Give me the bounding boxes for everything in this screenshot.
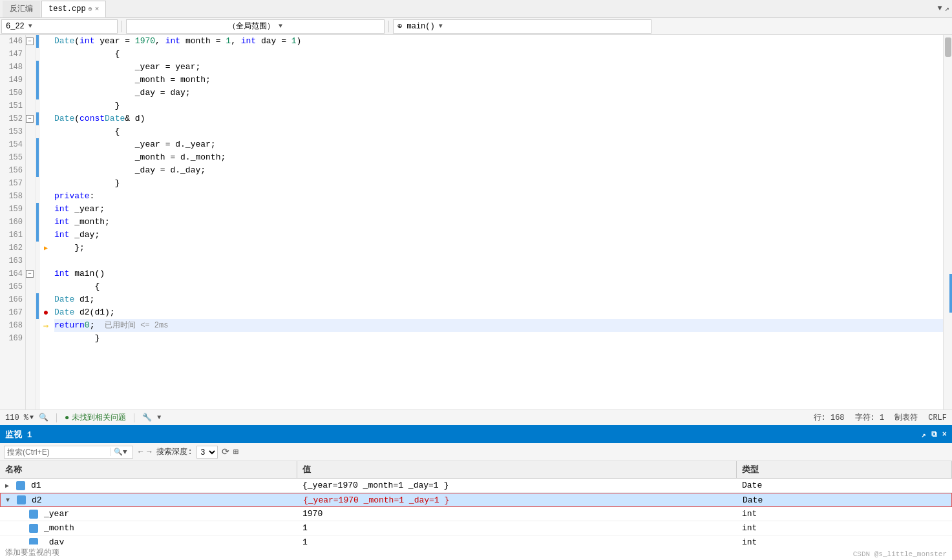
tab-overflow-icon[interactable]: ▼: [938, 4, 942, 14]
watch-col-type: int: [737, 536, 952, 544]
code-line[interactable]: _year = year;: [54, 61, 943, 74]
fold-indicator: [26, 254, 35, 267]
line-number: 153: [0, 125, 23, 138]
depth-label: 搜索深度:: [156, 446, 192, 457]
watch-row[interactable]: ▼ d2 {_year=1970 _month=1 _day=1 } Date: [0, 493, 952, 507]
watch-add-row[interactable]: 添加要监视的项: [0, 544, 952, 560]
fold-indicator: [26, 99, 35, 112]
tab-disassembly[interactable]: 反汇编: [3, 1, 40, 17]
fold-indicator[interactable]: −: [26, 35, 35, 48]
line-number: 161: [0, 229, 23, 242]
code-line[interactable]: _month = d._month;: [54, 151, 943, 164]
watch-search-box[interactable]: 🔍▼: [4, 446, 133, 459]
code-line[interactable]: int _year;: [54, 203, 943, 216]
watch-panel: 监视 1 ↗ ⧉ × 🔍▼ ← → 搜索深度: 3 1 2 4 5 ⟳ ⊞ 名称…: [0, 425, 952, 560]
fold-indicator: [26, 332, 35, 345]
line-number: 162: [0, 242, 23, 254]
close-icon[interactable]: ×: [95, 5, 100, 13]
marker-line: [40, 216, 52, 229]
watch-row[interactable]: _day 1 int: [0, 535, 952, 544]
expand-icon[interactable]: ▼: [6, 497, 14, 504]
marker-line: [40, 267, 52, 280]
tab-pin-icon2[interactable]: ↗: [945, 4, 949, 14]
marker-line: [40, 125, 52, 138]
code-line[interactable]: {: [54, 125, 943, 138]
marker-line: [40, 203, 52, 216]
code-line[interactable]: Date d2(d1);: [54, 306, 943, 319]
code-line[interactable]: Date(int year = 1970, int month = 1, int…: [54, 35, 943, 48]
marker-line: ⇒: [40, 319, 52, 332]
status-sep-1: [56, 413, 57, 422]
nav-back-btn[interactable]: ←: [137, 446, 144, 458]
code-line[interactable]: }: [54, 99, 943, 112]
fold-indicator: [26, 229, 35, 242]
nav-forward-btn[interactable]: →: [145, 446, 153, 458]
code-line[interactable]: _year = d._year;: [54, 138, 943, 151]
project-dropdown[interactable]: 6_22 ▼: [1, 19, 118, 34]
depth-select[interactable]: 3 1 2 4 5: [196, 446, 218, 459]
code-line[interactable]: };: [54, 242, 943, 254]
code-line[interactable]: _month = month;: [54, 74, 943, 87]
watch-col-val: 1: [297, 522, 737, 534]
watch-col-name: ▼ d2: [1, 493, 298, 506]
code-line[interactable]: Date d1;: [54, 293, 943, 306]
zoom-dropdown-icon[interactable]: ▼: [30, 414, 34, 421]
watch-body: 名称 值 类型 ▶ d1 {_year=1970 _month=1 _day=1…: [0, 461, 952, 560]
code-line[interactable]: {: [54, 48, 943, 61]
scroll-thumb[interactable]: [945, 37, 951, 57]
code-line[interactable]: return 0; 已用时间 <= 2ms: [54, 319, 943, 332]
watch-row[interactable]: _month 1 int: [0, 521, 952, 535]
scope-dropdown[interactable]: （全局范围） ▼: [126, 19, 385, 34]
fold-indicator[interactable]: −: [26, 112, 35, 125]
watch-close-btn[interactable]: ×: [942, 430, 947, 440]
search-icon[interactable]: 🔍▼: [111, 448, 127, 456]
breakpoint-icon[interactable]: ●: [43, 307, 48, 318]
watch-grid-icon[interactable]: ⊞: [233, 446, 238, 457]
function-dropdown-label: ⊕ main(): [397, 21, 435, 31]
code-line[interactable]: private:: [54, 190, 943, 203]
tab-disassembly-label: 反汇编: [10, 3, 33, 14]
watch-row[interactable]: ▶ d1 {_year=1970 _month=1 _day=1 } Date: [0, 479, 952, 493]
code-line[interactable]: int _day;: [54, 229, 943, 242]
watch-col-val: 1970: [297, 508, 737, 520]
code-line[interactable]: int main(): [54, 267, 943, 280]
watch-refresh-icon[interactable]: ⟳: [222, 446, 229, 457]
fold-indicator: [26, 177, 35, 190]
char-indicator: 字符: 1: [855, 412, 885, 423]
marker-line: [40, 112, 52, 125]
code-line[interactable]: int _month;: [54, 216, 943, 229]
marker-line: [40, 164, 52, 177]
line-number-gutter: 1461471481491501511521531541551561571581…: [0, 35, 26, 410]
marker-line: [40, 254, 52, 267]
watch-row[interactable]: _year 1970 int: [0, 507, 952, 521]
code-line[interactable]: [54, 254, 943, 267]
scrollbar[interactable]: [943, 35, 952, 410]
watch-table: ▶ d1 {_year=1970 _month=1 _day=1 } Date …: [0, 479, 952, 544]
expand-icon[interactable]: ▶: [5, 482, 13, 490]
build-dropdown[interactable]: ▼: [157, 414, 161, 421]
build-icon[interactable]: 🔧: [142, 413, 152, 422]
watch-float-btn[interactable]: ⧉: [931, 430, 937, 440]
toolbar-row: 6_22 ▼ （全局范围） ▼ ⊕ main() ▼: [0, 18, 952, 35]
marker-line: [40, 293, 52, 306]
code-line[interactable]: _day = day;: [54, 87, 943, 99]
fold-indicator: [26, 280, 35, 293]
tab-test-cpp[interactable]: test.cpp ⊕ ×: [41, 1, 106, 17]
watch-col-type: int: [737, 508, 952, 520]
function-dropdown[interactable]: ⊕ main() ▼: [393, 19, 651, 34]
code-line[interactable]: _day = d._day;: [54, 164, 943, 177]
code-line[interactable]: }: [54, 332, 943, 345]
code-content[interactable]: Date(int year = 1970, int month = 1, int…: [52, 35, 943, 410]
zoom-control[interactable]: 110 % ▼: [5, 413, 34, 422]
zoom-level: 110 %: [5, 413, 28, 422]
code-line[interactable]: Date(const Date& d): [54, 112, 943, 125]
fold-indicator[interactable]: −: [26, 267, 35, 280]
code-line[interactable]: {: [54, 280, 943, 293]
chevron-down-icon-3: ▼: [439, 23, 443, 30]
marker-line: [40, 35, 52, 48]
no-issues-badge: ● 未找到相关问题: [65, 412, 126, 423]
watch-search-input[interactable]: [7, 448, 111, 457]
code-line[interactable]: }: [54, 177, 943, 190]
check-icon: ●: [65, 413, 69, 422]
watch-pin-btn[interactable]: ↗: [922, 430, 926, 440]
